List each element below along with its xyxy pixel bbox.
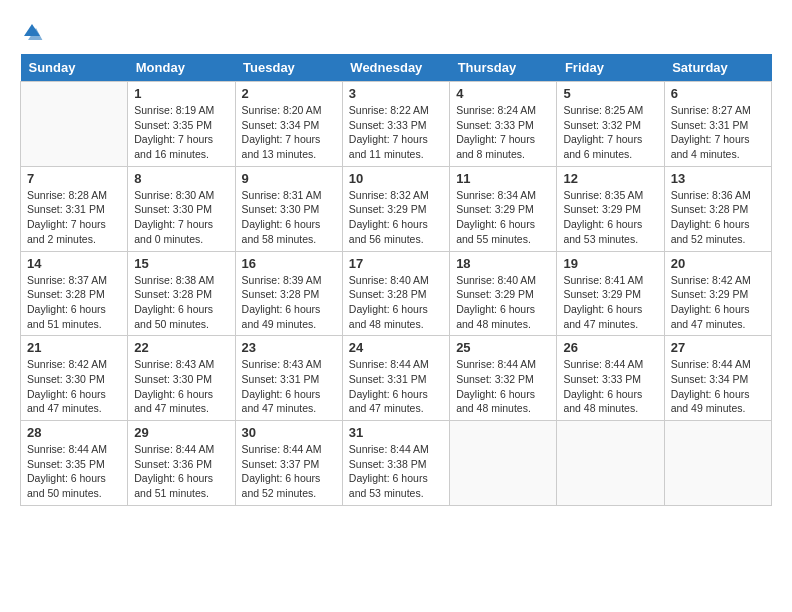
day-number: 5 (563, 86, 657, 101)
page-header (20, 20, 772, 44)
day-number: 15 (134, 256, 228, 271)
calendar-cell: 7Sunrise: 8:28 AMSunset: 3:31 PMDaylight… (21, 166, 128, 251)
calendar-cell: 26Sunrise: 8:44 AMSunset: 3:33 PMDayligh… (557, 336, 664, 421)
calendar-cell: 16Sunrise: 8:39 AMSunset: 3:28 PMDayligh… (235, 251, 342, 336)
calendar-week-row-1: 7Sunrise: 8:28 AMSunset: 3:31 PMDaylight… (21, 166, 772, 251)
calendar-week-row-3: 21Sunrise: 8:42 AMSunset: 3:30 PMDayligh… (21, 336, 772, 421)
day-number: 20 (671, 256, 765, 271)
calendar-cell: 9Sunrise: 8:31 AMSunset: 3:30 PMDaylight… (235, 166, 342, 251)
day-number: 18 (456, 256, 550, 271)
calendar-cell (664, 421, 771, 506)
day-number: 6 (671, 86, 765, 101)
day-info: Sunrise: 8:42 AMSunset: 3:29 PMDaylight:… (671, 273, 765, 332)
day-info: Sunrise: 8:31 AMSunset: 3:30 PMDaylight:… (242, 188, 336, 247)
day-number: 11 (456, 171, 550, 186)
day-number: 13 (671, 171, 765, 186)
calendar-cell: 18Sunrise: 8:40 AMSunset: 3:29 PMDayligh… (450, 251, 557, 336)
calendar-week-row-2: 14Sunrise: 8:37 AMSunset: 3:28 PMDayligh… (21, 251, 772, 336)
day-number: 26 (563, 340, 657, 355)
day-info: Sunrise: 8:40 AMSunset: 3:29 PMDaylight:… (456, 273, 550, 332)
day-info: Sunrise: 8:44 AMSunset: 3:31 PMDaylight:… (349, 357, 443, 416)
day-info: Sunrise: 8:44 AMSunset: 3:37 PMDaylight:… (242, 442, 336, 501)
day-info: Sunrise: 8:35 AMSunset: 3:29 PMDaylight:… (563, 188, 657, 247)
calendar-week-row-4: 28Sunrise: 8:44 AMSunset: 3:35 PMDayligh… (21, 421, 772, 506)
calendar-header-sunday: Sunday (21, 54, 128, 82)
calendar-cell: 17Sunrise: 8:40 AMSunset: 3:28 PMDayligh… (342, 251, 449, 336)
day-number: 23 (242, 340, 336, 355)
day-info: Sunrise: 8:27 AMSunset: 3:31 PMDaylight:… (671, 103, 765, 162)
day-info: Sunrise: 8:30 AMSunset: 3:30 PMDaylight:… (134, 188, 228, 247)
day-number: 21 (27, 340, 121, 355)
day-number: 14 (27, 256, 121, 271)
day-number: 31 (349, 425, 443, 440)
calendar-cell: 30Sunrise: 8:44 AMSunset: 3:37 PMDayligh… (235, 421, 342, 506)
calendar-cell: 8Sunrise: 8:30 AMSunset: 3:30 PMDaylight… (128, 166, 235, 251)
calendar-week-row-0: 1Sunrise: 8:19 AMSunset: 3:35 PMDaylight… (21, 82, 772, 167)
day-number: 30 (242, 425, 336, 440)
day-number: 7 (27, 171, 121, 186)
calendar-cell: 28Sunrise: 8:44 AMSunset: 3:35 PMDayligh… (21, 421, 128, 506)
day-info: Sunrise: 8:25 AMSunset: 3:32 PMDaylight:… (563, 103, 657, 162)
day-number: 12 (563, 171, 657, 186)
day-info: Sunrise: 8:43 AMSunset: 3:31 PMDaylight:… (242, 357, 336, 416)
day-number: 2 (242, 86, 336, 101)
day-info: Sunrise: 8:44 AMSunset: 3:32 PMDaylight:… (456, 357, 550, 416)
calendar-header-friday: Friday (557, 54, 664, 82)
day-number: 25 (456, 340, 550, 355)
day-number: 19 (563, 256, 657, 271)
day-number: 27 (671, 340, 765, 355)
day-info: Sunrise: 8:44 AMSunset: 3:36 PMDaylight:… (134, 442, 228, 501)
logo (20, 20, 48, 44)
calendar-cell: 13Sunrise: 8:36 AMSunset: 3:28 PMDayligh… (664, 166, 771, 251)
day-number: 8 (134, 171, 228, 186)
calendar-cell: 25Sunrise: 8:44 AMSunset: 3:32 PMDayligh… (450, 336, 557, 421)
day-info: Sunrise: 8:42 AMSunset: 3:30 PMDaylight:… (27, 357, 121, 416)
calendar-cell: 24Sunrise: 8:44 AMSunset: 3:31 PMDayligh… (342, 336, 449, 421)
day-info: Sunrise: 8:44 AMSunset: 3:33 PMDaylight:… (563, 357, 657, 416)
calendar-cell: 4Sunrise: 8:24 AMSunset: 3:33 PMDaylight… (450, 82, 557, 167)
calendar-cell: 11Sunrise: 8:34 AMSunset: 3:29 PMDayligh… (450, 166, 557, 251)
day-info: Sunrise: 8:24 AMSunset: 3:33 PMDaylight:… (456, 103, 550, 162)
calendar-header-tuesday: Tuesday (235, 54, 342, 82)
day-info: Sunrise: 8:36 AMSunset: 3:28 PMDaylight:… (671, 188, 765, 247)
day-info: Sunrise: 8:44 AMSunset: 3:35 PMDaylight:… (27, 442, 121, 501)
day-info: Sunrise: 8:28 AMSunset: 3:31 PMDaylight:… (27, 188, 121, 247)
day-number: 9 (242, 171, 336, 186)
day-info: Sunrise: 8:34 AMSunset: 3:29 PMDaylight:… (456, 188, 550, 247)
calendar-cell: 5Sunrise: 8:25 AMSunset: 3:32 PMDaylight… (557, 82, 664, 167)
calendar-cell: 20Sunrise: 8:42 AMSunset: 3:29 PMDayligh… (664, 251, 771, 336)
calendar-cell: 22Sunrise: 8:43 AMSunset: 3:30 PMDayligh… (128, 336, 235, 421)
calendar-cell: 15Sunrise: 8:38 AMSunset: 3:28 PMDayligh… (128, 251, 235, 336)
calendar-cell: 27Sunrise: 8:44 AMSunset: 3:34 PMDayligh… (664, 336, 771, 421)
day-info: Sunrise: 8:44 AMSunset: 3:34 PMDaylight:… (671, 357, 765, 416)
day-number: 24 (349, 340, 443, 355)
calendar-cell: 2Sunrise: 8:20 AMSunset: 3:34 PMDaylight… (235, 82, 342, 167)
day-number: 1 (134, 86, 228, 101)
calendar-cell: 3Sunrise: 8:22 AMSunset: 3:33 PMDaylight… (342, 82, 449, 167)
calendar-cell: 10Sunrise: 8:32 AMSunset: 3:29 PMDayligh… (342, 166, 449, 251)
calendar-cell: 31Sunrise: 8:44 AMSunset: 3:38 PMDayligh… (342, 421, 449, 506)
day-info: Sunrise: 8:22 AMSunset: 3:33 PMDaylight:… (349, 103, 443, 162)
day-info: Sunrise: 8:19 AMSunset: 3:35 PMDaylight:… (134, 103, 228, 162)
calendar-cell: 6Sunrise: 8:27 AMSunset: 3:31 PMDaylight… (664, 82, 771, 167)
calendar-header-wednesday: Wednesday (342, 54, 449, 82)
calendar-cell: 14Sunrise: 8:37 AMSunset: 3:28 PMDayligh… (21, 251, 128, 336)
day-info: Sunrise: 8:41 AMSunset: 3:29 PMDaylight:… (563, 273, 657, 332)
day-number: 29 (134, 425, 228, 440)
calendar-cell: 23Sunrise: 8:43 AMSunset: 3:31 PMDayligh… (235, 336, 342, 421)
day-number: 17 (349, 256, 443, 271)
calendar-table: SundayMondayTuesdayWednesdayThursdayFrid… (20, 54, 772, 506)
logo-icon (20, 20, 44, 44)
calendar-header-saturday: Saturday (664, 54, 771, 82)
calendar-cell (557, 421, 664, 506)
calendar-header-row: SundayMondayTuesdayWednesdayThursdayFrid… (21, 54, 772, 82)
day-info: Sunrise: 8:43 AMSunset: 3:30 PMDaylight:… (134, 357, 228, 416)
day-info: Sunrise: 8:40 AMSunset: 3:28 PMDaylight:… (349, 273, 443, 332)
day-number: 22 (134, 340, 228, 355)
calendar-cell: 12Sunrise: 8:35 AMSunset: 3:29 PMDayligh… (557, 166, 664, 251)
day-number: 16 (242, 256, 336, 271)
day-info: Sunrise: 8:39 AMSunset: 3:28 PMDaylight:… (242, 273, 336, 332)
day-info: Sunrise: 8:44 AMSunset: 3:38 PMDaylight:… (349, 442, 443, 501)
calendar-cell: 19Sunrise: 8:41 AMSunset: 3:29 PMDayligh… (557, 251, 664, 336)
day-info: Sunrise: 8:32 AMSunset: 3:29 PMDaylight:… (349, 188, 443, 247)
